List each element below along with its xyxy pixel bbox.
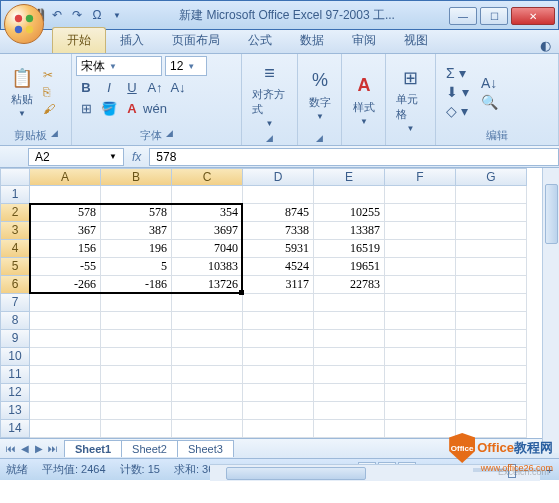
cell[interactable] (385, 276, 456, 294)
cell[interactable] (314, 312, 385, 330)
cell[interactable] (314, 330, 385, 348)
tab-data[interactable]: 数据 (286, 28, 338, 53)
row-header[interactable]: 4 (0, 240, 30, 258)
dialog-launcher-icon[interactable]: ◢ (266, 133, 273, 143)
cell[interactable] (385, 366, 456, 384)
cell[interactable]: 354 (172, 204, 243, 222)
cell[interactable] (456, 366, 527, 384)
last-sheet-icon[interactable]: ⏭ (46, 443, 60, 454)
cell[interactable] (385, 384, 456, 402)
column-header[interactable]: D (243, 168, 314, 186)
phonetic-icon[interactable]: wén (145, 98, 165, 118)
dialog-launcher-icon[interactable]: ◢ (316, 133, 323, 143)
row-header[interactable]: 11 (0, 366, 30, 384)
cell[interactable] (30, 348, 101, 366)
cell[interactable] (30, 384, 101, 402)
sheet-tab[interactable]: Sheet3 (177, 440, 234, 457)
cell[interactable] (456, 330, 527, 348)
column-header[interactable]: B (101, 168, 172, 186)
cell[interactable] (314, 420, 385, 438)
autosum-icon[interactable]: Σ ▾ (446, 65, 469, 81)
cell[interactable] (172, 420, 243, 438)
close-button[interactable]: ✕ (511, 7, 555, 25)
cell[interactable]: 19651 (314, 258, 385, 276)
vertical-scrollbar[interactable] (542, 168, 559, 453)
cell[interactable] (172, 312, 243, 330)
column-header[interactable]: F (385, 168, 456, 186)
cell[interactable] (314, 366, 385, 384)
cell[interactable] (172, 402, 243, 420)
row-header[interactable]: 6 (0, 276, 30, 294)
row-header[interactable]: 14 (0, 420, 30, 438)
tab-page-layout[interactable]: 页面布局 (158, 28, 234, 53)
paste-button[interactable]: 📋 粘贴 ▼ (4, 64, 40, 120)
column-header[interactable]: G (456, 168, 527, 186)
shrink-font-icon[interactable]: A↓ (168, 77, 188, 97)
cell[interactable]: 22783 (314, 276, 385, 294)
cell[interactable] (243, 312, 314, 330)
dialog-launcher-icon[interactable]: ◢ (51, 128, 58, 143)
cell[interactable]: 196 (101, 240, 172, 258)
cell[interactable] (101, 366, 172, 384)
grow-font-icon[interactable]: A↑ (145, 77, 165, 97)
cell[interactable]: 3697 (172, 222, 243, 240)
sheet-tab[interactable]: Sheet1 (64, 440, 122, 457)
fx-icon[interactable]: fx (132, 150, 141, 164)
dialog-launcher-icon[interactable]: ◢ (166, 128, 173, 143)
cut-icon[interactable]: ✂ (43, 68, 55, 82)
sort-filter-icon[interactable]: A↓ (481, 75, 498, 91)
select-all-corner[interactable] (0, 168, 30, 186)
clear-icon[interactable]: ◇ ▾ (446, 103, 469, 119)
cell[interactable] (456, 258, 527, 276)
cell[interactable] (101, 294, 172, 312)
cell[interactable] (456, 240, 527, 258)
cell[interactable] (456, 294, 527, 312)
tab-insert[interactable]: 插入 (106, 28, 158, 53)
cell[interactable] (172, 294, 243, 312)
row-header[interactable]: 8 (0, 312, 30, 330)
row-header[interactable]: 1 (0, 186, 30, 204)
cell[interactable] (456, 348, 527, 366)
name-box[interactable]: A2▼ (28, 148, 124, 166)
cell[interactable]: 578 (101, 204, 172, 222)
row-header[interactable]: 12 (0, 384, 30, 402)
cell[interactable] (385, 420, 456, 438)
cell[interactable] (314, 294, 385, 312)
cell[interactable] (30, 294, 101, 312)
cell[interactable] (456, 222, 527, 240)
cell[interactable]: 10383 (172, 258, 243, 276)
cell[interactable] (456, 384, 527, 402)
redo-icon[interactable]: ↷ (69, 7, 85, 23)
font-color-icon[interactable]: A (122, 98, 142, 118)
cell[interactable] (385, 204, 456, 222)
cell[interactable] (456, 276, 527, 294)
minimize-button[interactable]: — (449, 7, 477, 25)
cell[interactable] (314, 384, 385, 402)
bold-button[interactable]: B (76, 77, 96, 97)
cell[interactable]: 5931 (243, 240, 314, 258)
cell[interactable]: -186 (101, 276, 172, 294)
cell[interactable]: -55 (30, 258, 101, 276)
cell[interactable] (243, 366, 314, 384)
row-header[interactable]: 3 (0, 222, 30, 240)
help-icon[interactable]: ◐ (540, 38, 551, 53)
cell[interactable] (385, 294, 456, 312)
row-header[interactable]: 13 (0, 402, 30, 420)
cell[interactable] (385, 330, 456, 348)
cell[interactable]: 5 (101, 258, 172, 276)
styles-button[interactable]: A样式▼ (346, 72, 382, 128)
cell[interactable] (385, 240, 456, 258)
cell[interactable] (101, 402, 172, 420)
sheet-tab[interactable]: Sheet2 (121, 440, 178, 457)
column-header[interactable]: E (314, 168, 385, 186)
row-header[interactable]: 2 (0, 204, 30, 222)
cell[interactable]: 8745 (243, 204, 314, 222)
cell[interactable] (243, 402, 314, 420)
cell[interactable] (314, 186, 385, 204)
cell[interactable] (172, 366, 243, 384)
cell[interactable] (101, 330, 172, 348)
first-sheet-icon[interactable]: ⏮ (4, 443, 18, 454)
formula-input[interactable]: 578 (149, 148, 559, 166)
cell[interactable]: -266 (30, 276, 101, 294)
cell[interactable]: 387 (101, 222, 172, 240)
